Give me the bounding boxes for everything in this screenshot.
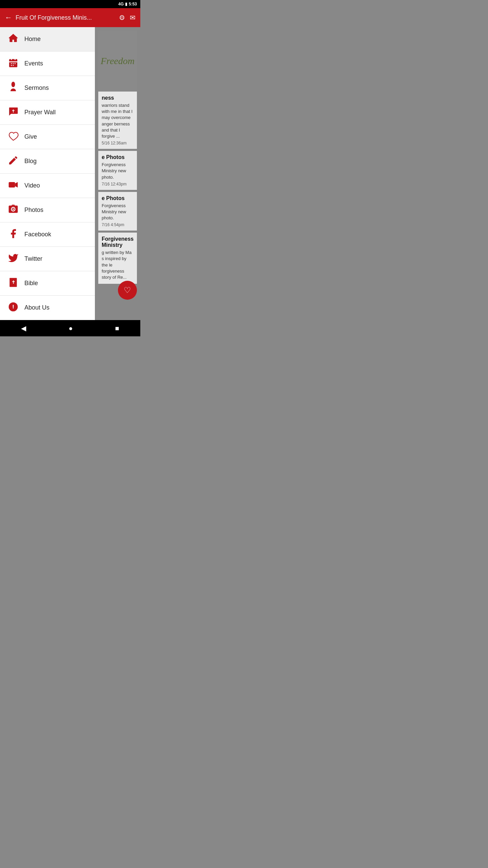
content-card-3[interactable]: e Photos Forgiveness Ministry new photo.… bbox=[98, 192, 137, 231]
svg-text:✝: ✝ bbox=[12, 280, 15, 285]
events-icon bbox=[8, 57, 19, 70]
sidebar-item-blog[interactable]: Blog bbox=[0, 149, 95, 174]
video-icon-wrap bbox=[5, 178, 21, 194]
card-3-text: Forgiveness Ministry new photo. bbox=[102, 203, 134, 221]
sermons-icon bbox=[8, 82, 19, 94]
sidebar-item-facebook[interactable]: Facebook bbox=[0, 222, 95, 247]
about-us-icon-wrap: i bbox=[5, 300, 21, 316]
fab-button[interactable]: ♡ bbox=[118, 281, 137, 300]
content-card-4[interactable]: Forgiveness Ministry g written by Ma s i… bbox=[98, 233, 137, 284]
sidebar-item-prayer-wall[interactable]: ✝ Prayer Wall bbox=[0, 100, 95, 125]
svg-rect-4 bbox=[11, 63, 12, 64]
content-inner: Freedom ness warriors stand with me in t… bbox=[95, 27, 140, 289]
sidebar-events-label: Events bbox=[24, 60, 43, 67]
sidebar-item-events[interactable]: Events bbox=[0, 52, 95, 76]
svg-marker-14 bbox=[15, 182, 18, 188]
bible-icon: ✝ bbox=[8, 277, 19, 290]
header-actions: ⚙ ✉ bbox=[119, 14, 136, 22]
sidebar-photos-label: Photos bbox=[24, 206, 43, 214]
signal-indicator: 4G bbox=[118, 2, 124, 6]
sermons-icon-wrap bbox=[5, 80, 21, 96]
facebook-icon-wrap bbox=[5, 227, 21, 242]
app-header: ← Fruit Of Forgiveness Minis... ⚙ ✉ bbox=[0, 8, 140, 27]
events-icon-wrap bbox=[5, 56, 21, 72]
settings-button[interactable]: ⚙ bbox=[119, 14, 125, 22]
content-card-1[interactable]: ness warriors stand with me in that I ma… bbox=[98, 92, 137, 149]
status-bar: 4G ▮ 5:53 bbox=[0, 0, 140, 8]
sidebar-sermons-label: Sermons bbox=[24, 84, 49, 92]
svg-rect-6 bbox=[15, 63, 16, 64]
prayer-wall-icon-wrap: ✝ bbox=[5, 105, 21, 120]
blog-icon bbox=[8, 155, 19, 167]
content-card-2[interactable]: e Photos Forgiveness Ministry new photo.… bbox=[98, 151, 137, 190]
sidebar-item-bible[interactable]: ✝ Bible bbox=[0, 271, 95, 296]
back-button[interactable]: ← bbox=[5, 13, 12, 22]
svg-rect-0 bbox=[9, 59, 17, 67]
sidebar-blog-label: Blog bbox=[24, 158, 37, 165]
card-2-date: 7/16 12:43pm bbox=[102, 182, 134, 186]
sidebar-item-photos[interactable]: Photos bbox=[0, 198, 95, 222]
home-icon bbox=[8, 33, 19, 45]
bible-icon-wrap: ✝ bbox=[5, 276, 21, 291]
photos-icon-wrap bbox=[5, 202, 21, 218]
sidebar-about-us-label: About Us bbox=[24, 304, 49, 311]
main-layout: Home Events Sermons ✝ bbox=[0, 27, 140, 320]
svg-text:✝: ✝ bbox=[12, 109, 15, 114]
give-icon bbox=[8, 131, 19, 143]
svg-rect-7 bbox=[11, 65, 12, 66]
card-4-text: g written by Ma s inspired by the le for… bbox=[102, 250, 134, 280]
facebook-icon bbox=[8, 228, 19, 241]
sidebar-twitter-label: Twitter bbox=[24, 255, 42, 262]
sidebar-prayer-wall-label: Prayer Wall bbox=[24, 109, 56, 116]
card-2-title: e Photos bbox=[102, 154, 134, 160]
freedom-text: Freedom bbox=[95, 49, 140, 73]
prayer-wall-icon: ✝ bbox=[8, 106, 19, 119]
time-display: 5:53 bbox=[129, 2, 137, 6]
svg-text:i: i bbox=[13, 304, 14, 310]
home-icon-wrap bbox=[5, 32, 21, 47]
sidebar-video-label: Video bbox=[24, 182, 40, 189]
svg-rect-5 bbox=[13, 63, 14, 64]
card-1-text: warriors stand with me in that I may ove… bbox=[102, 102, 134, 139]
battery-indicator: ▮ bbox=[125, 2, 127, 6]
mail-button[interactable]: ✉ bbox=[130, 14, 136, 22]
sidebar-item-about-us[interactable]: i About Us bbox=[0, 296, 95, 320]
header-title: Fruit Of Forgiveness Minis... bbox=[16, 14, 116, 21]
svg-point-9 bbox=[12, 82, 15, 87]
twitter-icon-wrap bbox=[5, 251, 21, 267]
sidebar-item-video[interactable]: Video bbox=[0, 174, 95, 198]
nav-home-button[interactable]: ● bbox=[60, 322, 81, 335]
svg-rect-13 bbox=[9, 182, 15, 188]
give-icon-wrap bbox=[5, 129, 21, 145]
twitter-icon bbox=[8, 253, 19, 265]
sidebar-give-label: Give bbox=[24, 133, 37, 140]
sidebar-home-label: Home bbox=[24, 36, 41, 43]
svg-point-11 bbox=[12, 90, 15, 91]
status-icons: 4G ▮ 5:53 bbox=[118, 2, 137, 6]
about-us-icon: i bbox=[8, 301, 19, 314]
blog-icon-wrap bbox=[5, 154, 21, 169]
sidebar-facebook-label: Facebook bbox=[24, 231, 51, 238]
sidebar-bible-label: Bible bbox=[24, 280, 38, 287]
fab-heart-icon: ♡ bbox=[124, 285, 131, 295]
video-icon bbox=[8, 179, 19, 192]
photos-icon bbox=[8, 204, 19, 216]
card-3-date: 7/16 4:54pm bbox=[102, 222, 134, 227]
content-image: Freedom bbox=[98, 31, 137, 92]
svg-rect-8 bbox=[13, 65, 14, 66]
sidebar-item-twitter[interactable]: Twitter bbox=[0, 247, 95, 271]
card-1-title: ness bbox=[102, 95, 134, 101]
card-4-title: Forgiveness Ministry bbox=[102, 236, 134, 248]
nav-back-button[interactable]: ◀ bbox=[13, 321, 34, 335]
navigation-bar: ◀ ● ■ bbox=[0, 320, 140, 336]
nav-recents-button[interactable]: ■ bbox=[107, 322, 127, 335]
svg-point-17 bbox=[13, 209, 14, 210]
sidebar-item-home[interactable]: Home bbox=[0, 27, 95, 52]
sidebar-item-sermons[interactable]: Sermons bbox=[0, 76, 95, 100]
card-2-text: Forgiveness Ministry new photo. bbox=[102, 162, 134, 180]
sidebar-item-give[interactable]: Give bbox=[0, 125, 95, 149]
card-3-title: e Photos bbox=[102, 195, 134, 201]
content-area: Freedom ness warriors stand with me in t… bbox=[95, 27, 140, 320]
card-1-date: 5/16 12:36am bbox=[102, 141, 134, 145]
sidebar: Home Events Sermons ✝ bbox=[0, 27, 95, 320]
